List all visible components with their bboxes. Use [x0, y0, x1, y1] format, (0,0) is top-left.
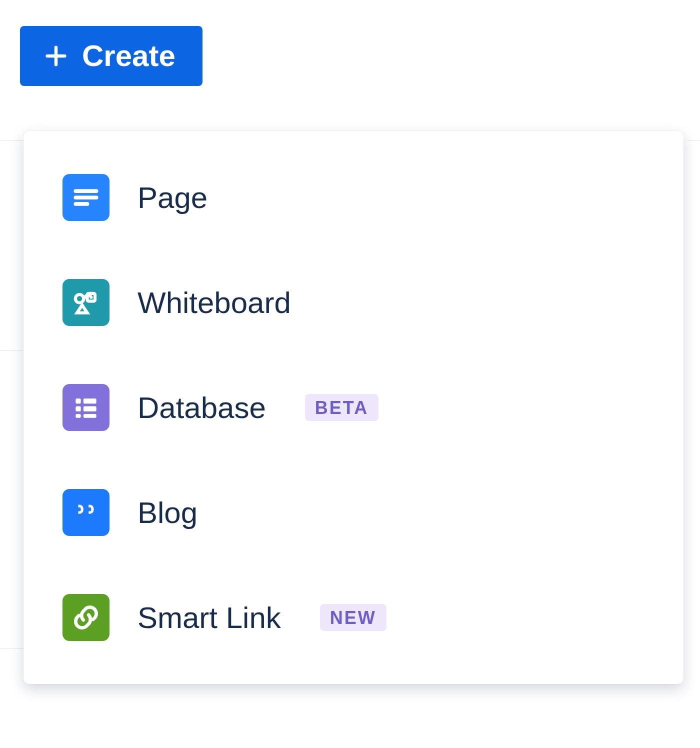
create-dropdown: Page Whiteboard Database BETA [24, 131, 684, 684]
background-rule [688, 140, 700, 141]
menu-item-label: Whiteboard [138, 286, 291, 320]
menu-item-label: Database [138, 390, 266, 425]
svg-rect-9 [76, 406, 80, 411]
new-badge: NEW [320, 604, 386, 631]
menu-item-page[interactable]: Page [24, 145, 684, 250]
menu-item-database[interactable]: Database BETA [24, 355, 684, 460]
menu-item-label: Page [138, 180, 208, 215]
svg-rect-12 [84, 414, 96, 418]
menu-item-blog[interactable]: Blog [24, 460, 684, 565]
create-button[interactable]: Create [20, 26, 202, 86]
svg-rect-8 [84, 398, 96, 404]
svg-point-5 [76, 294, 84, 303]
blog-icon [62, 489, 110, 536]
link-icon [62, 594, 110, 641]
create-button-label: Create [82, 41, 176, 71]
menu-item-label: Smart Link [138, 600, 281, 635]
background-rule [0, 140, 25, 141]
menu-item-label: Blog [138, 496, 198, 530]
page-icon [62, 174, 110, 221]
database-icon [62, 384, 110, 431]
beta-badge: BETA [305, 394, 378, 421]
svg-rect-11 [76, 414, 80, 418]
background-rule [0, 350, 25, 351]
menu-item-whiteboard[interactable]: Whiteboard [24, 250, 684, 355]
plus-icon [43, 43, 69, 69]
whiteboard-icon [62, 279, 110, 326]
background-rule [0, 648, 25, 649]
menu-item-smart-link[interactable]: Smart Link NEW [24, 565, 684, 670]
svg-rect-7 [76, 398, 80, 404]
svg-rect-10 [84, 406, 96, 411]
